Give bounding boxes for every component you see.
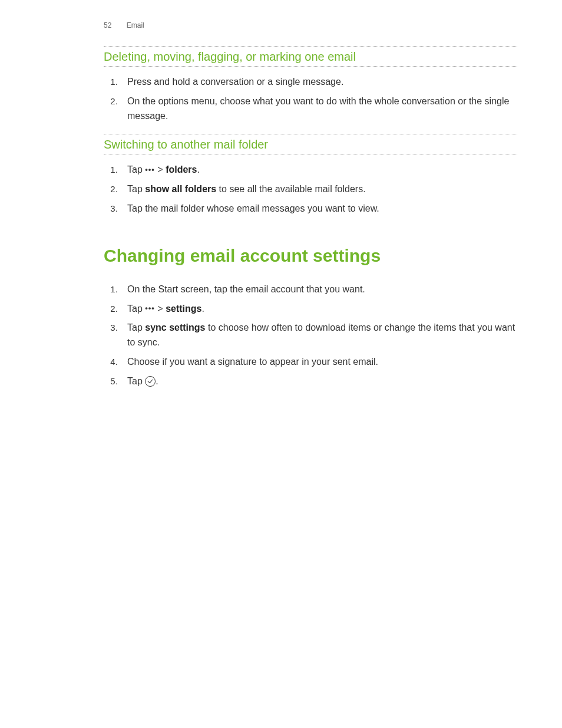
steps-list-section3: On the Start screen, tap the email accou… [104, 282, 517, 389]
bold-term: show all folders [145, 184, 216, 194]
document-page: 52 Email Deleting, moving, flagging, or … [0, 0, 562, 423]
list-item: Choose if you want a signature to appear… [120, 355, 517, 370]
step-text: Tap [127, 304, 145, 314]
list-item: Tap show all folders to see all the avai… [120, 182, 517, 197]
more-icon: ••• [145, 164, 155, 176]
step-text: . [201, 304, 204, 314]
check-circle-icon [145, 376, 156, 387]
chapter-name: Email [127, 21, 144, 29]
step-text: Tap [127, 376, 145, 386]
bold-term: settings [166, 304, 201, 314]
list-item: Tap ••• > folders. [120, 163, 517, 177]
step-text: to see all the available mail folders. [216, 184, 365, 194]
list-item: Tap sync settings to choose how often to… [120, 321, 517, 350]
steps-list-section2: Tap ••• > folders. Tap show all folders … [104, 163, 517, 216]
step-text: Tap [127, 164, 145, 174]
section-heading-rule: Switching to another mail folder [104, 134, 517, 154]
list-item: On the Start screen, tap the email accou… [120, 282, 517, 297]
list-item: On the options menu, choose what you wan… [120, 94, 517, 124]
page-title: Changing email account settings [104, 246, 517, 266]
step-text: . [156, 376, 158, 386]
list-item: Tap ••• > settings. [120, 302, 517, 317]
section-title-deleting: Deleting, moving, flagging, or marking o… [104, 47, 517, 66]
section-heading-rule: Deleting, moving, flagging, or marking o… [104, 46, 517, 67]
step-text: > [155, 304, 166, 314]
bold-term: folders [166, 164, 197, 174]
list-item: Tap . [120, 374, 517, 389]
section-title-switching: Switching to another mail folder [104, 134, 517, 154]
more-icon: ••• [145, 302, 155, 314]
page-number: 52 [104, 21, 111, 29]
steps-list-section1: Press and hold a conversation or a singl… [104, 75, 517, 123]
page-header: 52 Email [104, 21, 517, 29]
step-text: Tap [127, 184, 145, 194]
step-text: . [197, 164, 199, 174]
bold-term: sync settings [145, 322, 205, 332]
list-item: Press and hold a conversation or a singl… [120, 75, 517, 90]
step-text: Tap [127, 322, 145, 332]
list-item: Tap the mail folder whose email messages… [120, 202, 517, 216]
step-text: > [155, 164, 166, 174]
